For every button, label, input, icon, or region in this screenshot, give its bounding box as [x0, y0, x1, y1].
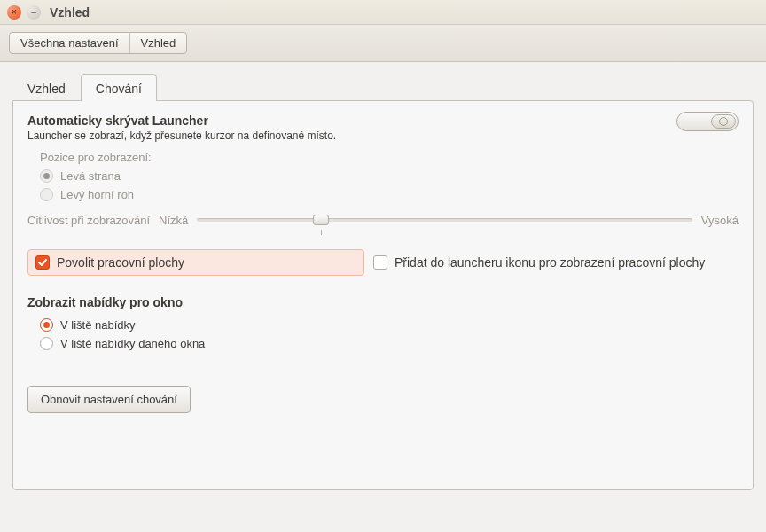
- radio-window-titlebar-input[interactable]: [40, 337, 53, 350]
- tabs: Vzhled Chování: [12, 74, 754, 100]
- sensitivity-high: Vysoká: [701, 214, 739, 227]
- enable-workspaces-checkbox[interactable]: [35, 255, 50, 270]
- slider-tick: [321, 230, 322, 235]
- content-area: Vzhled Chování Automaticky skrývat Launc…: [0, 62, 766, 490]
- radio-menubar-label: V liště nabídky: [60, 318, 136, 332]
- menus-title: Zobrazit nabídky pro okno: [27, 295, 739, 309]
- radio-top-left-input: [40, 188, 53, 201]
- reveal-position-group: Pozice pro zobrazení: Levá strana Levý h…: [40, 151, 739, 230]
- breadcrumb-current[interactable]: Vzhled: [130, 33, 187, 53]
- restore-defaults-button[interactable]: Obnovit nastavení chování: [27, 386, 191, 413]
- toolbar: Všechna nastavení Vzhled: [0, 25, 766, 62]
- radio-top-left: Levý horní roh: [40, 188, 739, 201]
- enable-workspaces-highlight: Povolit pracovní plochy: [27, 249, 364, 276]
- radio-window-titlebar-label: V liště nabídky daného okna: [60, 337, 205, 350]
- show-desktop-icon-label: Přidat do launcheru ikonu pro zobrazení …: [395, 255, 705, 270]
- radio-top-left-label: Levý horní roh: [60, 188, 134, 201]
- radio-menubar[interactable]: V liště nabídky: [40, 318, 739, 332]
- show-desktop-icon-checkbox[interactable]: [373, 255, 387, 270]
- radio-left-side: Levá strana: [40, 169, 739, 183]
- radio-left-side-label: Levá strana: [60, 169, 121, 183]
- radio-menubar-input[interactable]: [40, 318, 53, 332]
- show-desktop-icon-row: Přidat do launcheru ikonu pro zobrazení …: [373, 255, 705, 270]
- section-autohide-title: Automaticky skrývat Launcher: [27, 113, 739, 128]
- tab-look[interactable]: Vzhled: [12, 74, 81, 101]
- radio-window-titlebar[interactable]: V liště nabídky daného okna: [40, 337, 739, 350]
- window-close-button[interactable]: ×: [7, 5, 21, 20]
- window-title: Vzhled: [50, 5, 90, 20]
- workspaces-row: Povolit pracovní plochy Přidat do launch…: [27, 249, 739, 276]
- reveal-position-label: Pozice pro zobrazení:: [40, 151, 739, 164]
- autohide-switch[interactable]: [676, 112, 739, 131]
- section-autohide-desc: Launcher se zobrazí, když přesunete kurz…: [27, 129, 739, 142]
- sensitivity-label: Citlivost při zobrazování: [27, 214, 150, 227]
- slider-track: [197, 218, 692, 222]
- titlebar: × – Vzhled: [0, 0, 766, 25]
- breadcrumb-all-settings[interactable]: Všechna nastavení: [10, 33, 130, 53]
- enable-workspaces-label: Povolit pracovní plochy: [57, 255, 184, 270]
- slider-thumb: [313, 215, 329, 225]
- breadcrumb: Všechna nastavení Vzhled: [9, 32, 187, 54]
- tab-behavior[interactable]: Chování: [81, 74, 157, 101]
- sensitivity-low: Nízká: [159, 214, 188, 227]
- window-minimize-button[interactable]: –: [27, 5, 41, 20]
- settings-panel: Automaticky skrývat Launcher Launcher se…: [12, 100, 754, 490]
- switch-knob: [711, 114, 736, 129]
- sensitivity-slider: [197, 210, 692, 230]
- radio-left-side-input: [40, 169, 53, 183]
- sensitivity-row: Citlivost při zobrazování Nízká Vysoká: [40, 210, 739, 230]
